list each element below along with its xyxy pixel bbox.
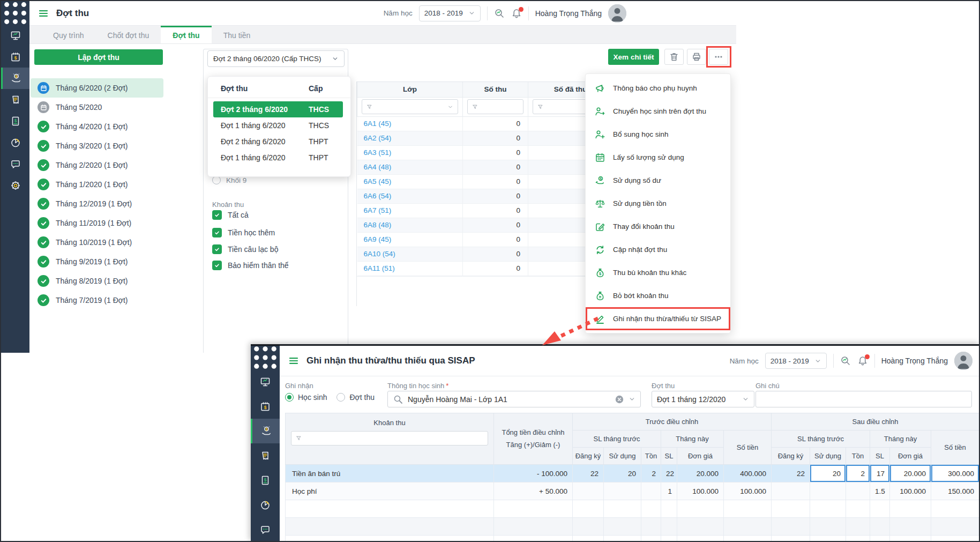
hamburger-icon[interactable] xyxy=(38,8,49,19)
school-year-select[interactable]: 2018 - 2019 xyxy=(765,353,827,369)
tab-đợt-thu[interactable]: Đợt thu xyxy=(161,26,211,43)
sidebar-item-calendar-money[interactable]: $ xyxy=(251,394,280,419)
batch-option[interactable]: Đợt 2 tháng 6/2020THPT xyxy=(208,133,350,150)
menu-item-user-arrow[interactable]: Chuyển học sinh trên đợt thu xyxy=(586,100,730,123)
avatar[interactable] xyxy=(608,4,626,23)
batch-option[interactable]: Đợt 1 tháng 6/2020THPT xyxy=(208,150,350,166)
month-item[interactable]: Tháng 1/2020 (1 Đợt) xyxy=(31,175,163,194)
fee-checkbox-1[interactable]: Tất cả xyxy=(212,210,249,220)
delete-button[interactable] xyxy=(664,49,684,65)
avatar[interactable] xyxy=(954,352,972,370)
after-value-input[interactable]: 17 xyxy=(870,465,890,482)
class-link[interactable]: 6A11 (51) xyxy=(357,261,463,276)
class-link[interactable]: 6A8 (48) xyxy=(357,218,463,232)
class-link[interactable]: 6A10 (54) xyxy=(357,247,463,261)
school-year-value: 2018 - 2019 xyxy=(770,357,809,365)
note-input[interactable] xyxy=(755,391,972,407)
fee-filter-input[interactable] xyxy=(291,431,488,446)
sidebar-item-invoice[interactable]: $ xyxy=(251,468,280,493)
sidebar-item-hand-coin[interactable]: $ xyxy=(1,68,29,89)
apps-grid-icon[interactable] xyxy=(1,1,29,25)
sidebar-item-pie-chart[interactable] xyxy=(1,132,29,153)
user-name[interactable]: Hoàng Trọng Thắng xyxy=(535,9,602,18)
month-item[interactable]: Tháng 5/2020 xyxy=(31,98,163,117)
tab-chốt-đợt-thu[interactable]: Chốt đợt thu xyxy=(96,26,161,43)
class-filter-input[interactable] xyxy=(362,99,458,114)
class-link[interactable]: 6A4 (48) xyxy=(357,160,463,174)
class-link[interactable]: 6A1 (45) xyxy=(357,116,463,131)
batch-option[interactable]: Đợt 2 tháng 6/2020THCS xyxy=(213,101,343,117)
class-link[interactable]: 6A6 (54) xyxy=(357,189,463,203)
print-button[interactable] xyxy=(687,49,706,65)
tab-thu-tiền[interactable]: Thu tiền xyxy=(212,26,263,43)
menu-item-label: Bỏ bớt khoản thu xyxy=(613,292,668,300)
sidebar-item-gear[interactable] xyxy=(1,175,29,196)
radio-student[interactable]: Học sinh xyxy=(285,393,327,402)
month-item[interactable]: Tháng 10/2019 (1 Đợt) xyxy=(31,233,163,252)
user-name[interactable]: Hoàng Trọng Thắng xyxy=(881,357,948,365)
menu-item-coin-hand[interactable]: $Sử dụng số dư xyxy=(586,169,730,192)
menu-item-edit-square[interactable]: Thay đổi khoản thu xyxy=(586,215,730,238)
month-item[interactable]: Tháng 9/2019 (1 Đợt) xyxy=(31,252,163,271)
after-value-input[interactable]: 20 xyxy=(810,465,846,482)
class-link[interactable]: 6A2 (54) xyxy=(357,131,463,145)
bell-icon[interactable] xyxy=(511,8,522,19)
month-item[interactable]: Tháng 2/2020 (1 Đợt) xyxy=(31,155,163,175)
after-value-input[interactable]: 2 xyxy=(846,465,870,482)
month-item[interactable]: Tháng 11/2019 (1 Đợt) xyxy=(31,213,163,233)
clear-icon[interactable] xyxy=(615,395,624,404)
search-chart-icon[interactable] xyxy=(494,8,505,19)
sidebar-item-hand-coin[interactable]: $ xyxy=(251,419,280,443)
sidebar-item-invoice[interactable]: $ xyxy=(1,110,29,132)
hamburger-icon[interactable] xyxy=(288,355,299,366)
class-link[interactable]: 6A3 (51) xyxy=(357,145,463,160)
month-item[interactable]: Tháng 12/2019 (1 Đợt) xyxy=(31,194,163,213)
sidebar-item-receipt[interactable] xyxy=(251,443,280,468)
grade-radio-occluded[interactable]: Khối 9 xyxy=(212,176,246,184)
student-search-input[interactable]: Nguyễn Hoàng Mai - Lớp 1A1 xyxy=(387,391,641,407)
sidebar-item-chat[interactable] xyxy=(251,517,280,542)
menu-item-scales[interactable]: Sử dụng tiền tồn xyxy=(586,192,730,215)
month-item[interactable]: Tháng 3/2020 (1 Đợt) xyxy=(31,136,163,155)
month-item[interactable]: Tháng 7/2019 (1 Đợt) xyxy=(31,291,163,310)
after-value-input[interactable]: 300.000 xyxy=(931,465,979,482)
month-item[interactable]: Tháng 4/2020 (1 Đợt) xyxy=(31,117,163,136)
school-year-select[interactable]: 2018 - 2019 xyxy=(419,5,481,21)
fee-checkbox-3[interactable]: Tiền câu lạc bộ xyxy=(212,244,278,254)
sidebar-item-calendar-money[interactable]: $ xyxy=(1,46,29,68)
fee-checkbox-4[interactable]: Bảo hiểm thân thể xyxy=(212,261,289,270)
apps-grid-icon[interactable] xyxy=(251,346,280,369)
sidebar-item-monitor[interactable] xyxy=(1,25,29,46)
sidebar-item-receipt[interactable] xyxy=(1,89,29,110)
after-value-input[interactable]: 20.000 xyxy=(890,465,931,482)
menu-item-megaphone[interactable]: Thông báo cho phụ huynh xyxy=(586,77,730,100)
class-link[interactable]: 6A7 (51) xyxy=(357,203,463,218)
more-actions-button[interactable] xyxy=(709,49,728,65)
class-link[interactable]: 6A5 (45) xyxy=(357,174,463,189)
radio-batch[interactable]: Đợt thu xyxy=(336,393,375,402)
search-chart-icon[interactable] xyxy=(840,355,851,366)
sothu-filter-input[interactable] xyxy=(467,99,523,114)
tab-quy-trình[interactable]: Quy trình xyxy=(41,26,96,43)
batch-select[interactable]: Đợt 1 tháng 12/2020 xyxy=(652,391,754,407)
batch-select[interactable]: Đợt 2 tháng 06/2020 (Cấp THCS) xyxy=(207,50,345,67)
menu-item-calendar-grid[interactable]: Lấy số lượng sử dụng xyxy=(586,146,730,169)
separator xyxy=(528,6,529,20)
sidebar-item-pie-chart[interactable] xyxy=(251,493,280,517)
sidebar-item-chat[interactable] xyxy=(1,153,29,175)
batch-option[interactable]: Đợt 1 tháng 6/2020THCS xyxy=(208,117,350,133)
fee-checkbox-2[interactable]: Tiền học thêm xyxy=(212,228,275,237)
so-thu-value: 0 xyxy=(463,203,528,218)
menu-item-user-plus[interactable]: Bổ sung học sinh xyxy=(586,123,730,146)
menu-item-sync-arrows[interactable]: Cập nhật đợt thu xyxy=(586,238,730,261)
month-item[interactable]: Tháng 8/2019 (1 Đợt) xyxy=(31,271,163,291)
menu-item-pencil-line[interactable]: Ghi nhận thu thừa/thiếu từ SISAP xyxy=(586,307,730,330)
sidebar-item-monitor[interactable] xyxy=(251,369,280,394)
bell-icon[interactable] xyxy=(857,355,868,366)
menu-item-moneybag-x[interactable]: Bỏ bớt khoản thu xyxy=(586,284,730,307)
menu-item-moneybag-dollar[interactable]: $Thu bù khoản thu khác xyxy=(586,261,730,284)
view-detail-button[interactable]: Xem chi tiết xyxy=(608,49,659,65)
create-batch-button[interactable]: Lập đợt thu xyxy=(34,49,163,65)
month-item[interactable]: Tháng 6/2020 (2 Đợt) xyxy=(31,78,163,98)
class-link[interactable]: 6A9 (45) xyxy=(357,232,463,247)
